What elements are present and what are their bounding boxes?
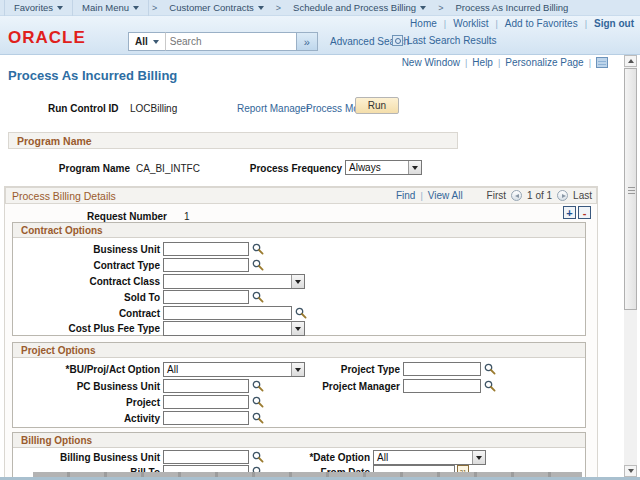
pc-business-unit-label: PC Business Unit	[0, 381, 160, 392]
program-name-section-header: Program Name	[8, 132, 458, 149]
breadcrumb-separator: >	[149, 3, 160, 13]
breadcrumb-schedule-process-billing[interactable]: Schedule and Process Billing	[284, 0, 435, 16]
search-input[interactable]	[166, 32, 296, 51]
chevron-down-icon	[291, 322, 304, 335]
scroll-up-button[interactable]	[624, 55, 637, 67]
breadcrumb: Favorites Main Menu > Customer Contracts…	[0, 0, 640, 16]
last-search-results-link[interactable]: Last Search Results	[392, 35, 497, 46]
project-input[interactable]	[163, 395, 249, 409]
scrollbar-thumb[interactable]	[624, 68, 637, 310]
billing-business-unit-label: Billing Business Unit	[0, 452, 160, 463]
chevron-down-icon	[153, 40, 159, 44]
contract-type-input[interactable]	[163, 258, 249, 272]
project-label: Project	[0, 397, 160, 408]
project-manager-label: Project Manager	[240, 381, 400, 392]
delete-row-button[interactable]: -	[578, 206, 591, 219]
new-window-link[interactable]: New Window	[402, 57, 460, 68]
project-type-input[interactable]	[403, 362, 481, 376]
sold-to-label: Sold To	[0, 292, 160, 303]
arrow-up-icon	[628, 59, 634, 63]
arrow-down-icon	[628, 469, 634, 473]
contract-lookup-icon[interactable]	[295, 307, 307, 319]
project-type-lookup-icon[interactable]	[484, 363, 496, 375]
pc-business-unit-input[interactable]	[163, 379, 249, 393]
find-link[interactable]: Find	[396, 190, 415, 201]
date-option-select[interactable]: All	[373, 450, 486, 465]
activity-input[interactable]	[163, 411, 249, 425]
grid-paging-controls: Find | View All First 1 of 1 Last	[396, 190, 592, 201]
search-go-button[interactable]: »	[296, 32, 318, 51]
next-row-button[interactable]	[557, 190, 568, 201]
http-icon[interactable]	[596, 57, 608, 68]
run-control-id-value: LOCBilling	[130, 103, 177, 114]
project-manager-input[interactable]	[403, 379, 481, 393]
date-option-label: *Date Option	[210, 452, 370, 463]
breadcrumb-separator: >	[435, 3, 446, 13]
run-control-id-label: Run Control ID	[48, 103, 119, 114]
bu-proj-act-option-label: *BU/Proj/Act Option	[0, 364, 160, 375]
project-type-label: Project Type	[240, 364, 400, 375]
request-number-value: 1	[184, 211, 190, 222]
personalize-page-link[interactable]: Personalize Page	[505, 57, 583, 68]
business-unit-input[interactable]	[163, 242, 249, 256]
sign-out-link[interactable]: Sign out	[594, 18, 634, 29]
business-unit-lookup-icon[interactable]	[252, 243, 264, 255]
chevron-down-icon	[57, 6, 63, 10]
view-all-link[interactable]: View All	[428, 190, 463, 201]
contract-class-label: Contract Class	[0, 276, 160, 287]
contract-type-lookup-icon[interactable]	[252, 259, 264, 271]
sold-to-input[interactable]	[163, 290, 249, 304]
project-manager-lookup-icon[interactable]	[484, 380, 496, 392]
vertical-scrollbar[interactable]	[624, 55, 637, 477]
process-frequency-label: Process Frequency	[180, 163, 342, 174]
contract-options-header: Contract Options	[13, 223, 585, 238]
activity-lookup-icon[interactable]	[252, 412, 264, 424]
billing-options-header: Billing Options	[13, 433, 585, 448]
process-frequency-select[interactable]: Always	[345, 160, 422, 175]
page-action-links: New Window | Help | Personalize Page |	[402, 57, 608, 68]
contract-class-select[interactable]	[163, 274, 305, 289]
previous-row-button[interactable]	[511, 190, 522, 201]
project-lookup-icon[interactable]	[252, 396, 264, 408]
cost-plus-fee-type-select[interactable]	[163, 321, 305, 336]
report-manager-link[interactable]: Report Manager	[237, 103, 309, 114]
contract-label: Contract	[0, 308, 160, 319]
activity-label: Activity	[0, 413, 160, 424]
program-name-label: Program Name	[0, 163, 130, 174]
contract-input[interactable]	[163, 306, 292, 320]
chevron-down-icon	[420, 6, 426, 10]
first-label: First	[487, 190, 506, 201]
chevron-down-icon	[291, 275, 304, 288]
portal-links: Home | Worklist | Add to Favorites | Sig…	[410, 18, 634, 29]
run-button[interactable]: Run	[355, 97, 399, 114]
help-link[interactable]: Help	[472, 57, 493, 68]
last-label: Last	[573, 190, 592, 201]
search-scope-dropdown[interactable]: All	[128, 32, 166, 51]
oracle-logo: ORACLE	[8, 28, 86, 48]
add-row-button[interactable]: +	[563, 206, 576, 219]
chevron-down-icon	[472, 451, 485, 464]
request-number-label: Request Number	[0, 211, 167, 222]
search-results-icon	[392, 35, 403, 46]
row-position: 1 of 1	[527, 190, 552, 201]
global-search: All »	[128, 32, 318, 51]
business-unit-label: Business Unit	[0, 244, 160, 255]
chevron-down-icon	[258, 6, 264, 10]
sold-to-lookup-icon[interactable]	[252, 291, 264, 303]
breadcrumb-separator: >	[273, 3, 284, 13]
scrollbar-grip-icon	[628, 187, 635, 188]
breadcrumb-customer-contracts[interactable]: Customer Contracts	[160, 0, 272, 16]
breadcrumb-main-menu[interactable]: Main Menu	[73, 0, 149, 16]
page-title: Process As Incurred Billing	[8, 68, 177, 83]
home-link[interactable]: Home	[410, 18, 437, 29]
chevron-down-icon	[133, 6, 139, 10]
scroll-down-button[interactable]	[624, 465, 637, 477]
header-band: ORACLE Home | Worklist | Add to Favorite…	[0, 16, 640, 55]
breadcrumb-favorites[interactable]: Favorites	[4, 0, 73, 16]
chevron-down-icon	[408, 161, 421, 174]
project-options-header: Project Options	[13, 343, 585, 358]
add-to-favorites-link[interactable]: Add to Favorites	[505, 18, 578, 29]
breadcrumb-current-page: Process As Incurred Billing	[446, 0, 577, 16]
cost-plus-fee-type-label: Cost Plus Fee Type	[0, 323, 160, 334]
worklist-link[interactable]: Worklist	[453, 18, 488, 29]
